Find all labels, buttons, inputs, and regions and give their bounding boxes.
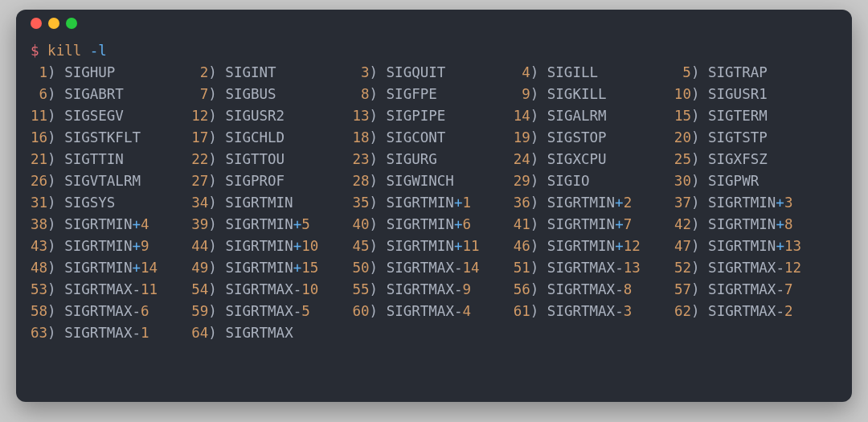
signal-number: 55 <box>352 281 369 297</box>
signal-sep: + <box>776 238 784 254</box>
signal-number: 25 <box>674 151 691 167</box>
signal-name: SIGCONT <box>387 129 446 145</box>
signal-name: SIGPWR <box>708 173 759 189</box>
paren: ) <box>530 303 547 319</box>
signal-number: 37 <box>674 195 691 211</box>
signal-sep: - <box>454 281 463 297</box>
paren: ) <box>370 238 387 254</box>
signal-name: SIGRTMAX <box>708 281 776 297</box>
signal-sep: - <box>776 303 784 319</box>
signal-name: SIGTERM <box>708 108 768 124</box>
signal-number: 43 <box>31 238 47 254</box>
signal-number: 23 <box>352 151 369 167</box>
signal-name: SIGRTMAX <box>708 303 776 319</box>
signal-number: 34 <box>191 195 208 211</box>
signal-name: SIGRTMAX <box>547 260 615 276</box>
signal-offset: 5 <box>301 303 310 319</box>
signal-offset: 2 <box>624 195 633 211</box>
signal-name: SIGSYS <box>64 195 115 211</box>
paren: ) <box>691 151 708 167</box>
signal-number: 51 <box>514 260 530 276</box>
signal-sep: + <box>293 216 302 232</box>
paren: ) <box>691 303 708 319</box>
paren: ) <box>691 195 708 211</box>
signal-name: SIGXCPU <box>547 151 607 167</box>
signal-number: 6 <box>31 86 47 102</box>
paren: ) <box>208 260 225 276</box>
signal-offset: 3 <box>624 303 633 319</box>
signal-name: SIGRTMIN <box>547 238 615 254</box>
paren: ) <box>47 195 64 211</box>
signal-offset: 12 <box>624 238 641 254</box>
signal-name: SIGRTMAX <box>547 303 615 319</box>
paren: ) <box>47 281 64 297</box>
signal-name: SIGRTMAX <box>547 281 615 297</box>
paren: ) <box>47 260 64 276</box>
signal-name: SIGSTKFLT <box>64 129 141 145</box>
signal-name: SIGWINCH <box>387 173 454 189</box>
signal-number: 3 <box>352 64 369 80</box>
signal-offset: 6 <box>462 216 471 232</box>
signal-sep: - <box>776 260 784 276</box>
signal-number: 53 <box>31 281 47 297</box>
signal-name: SIGRTMIN <box>387 216 454 232</box>
signal-number: 8 <box>352 86 369 102</box>
signal-number: 20 <box>674 129 691 145</box>
paren: ) <box>370 108 387 124</box>
signal-offset: 1 <box>141 325 149 341</box>
signal-offset: 14 <box>141 260 158 276</box>
signal-offset: 9 <box>141 238 149 254</box>
signal-number: 13 <box>352 108 369 124</box>
signal-offset: 12 <box>784 260 801 276</box>
signal-number: 17 <box>191 129 208 145</box>
paren: ) <box>47 303 64 319</box>
signal-offset: 4 <box>462 303 471 319</box>
signal-number: 49 <box>191 260 208 276</box>
signal-name: SIGRTMIN <box>225 260 293 276</box>
signal-name: SIGRTMIN <box>64 260 132 276</box>
signal-sep: + <box>615 238 624 254</box>
signal-offset: 10 <box>301 281 318 297</box>
paren: ) <box>530 86 547 102</box>
paren: ) <box>691 108 708 124</box>
signal-name: SIGRTMIN <box>64 238 132 254</box>
signal-offset: 9 <box>462 281 471 297</box>
signal-number: 52 <box>674 260 691 276</box>
paren: ) <box>691 281 708 297</box>
window-zoom-button[interactable] <box>66 18 77 29</box>
signal-number: 58 <box>31 303 47 319</box>
signal-number: 48 <box>31 260 47 276</box>
signal-name: SIGILL <box>547 64 598 80</box>
signal-name: SIGRTMIN <box>708 238 776 254</box>
signal-name: SIGURG <box>387 151 437 167</box>
signal-offset: 5 <box>301 216 310 232</box>
paren: ) <box>370 281 387 297</box>
signal-name: SIGFPE <box>387 86 437 102</box>
paren: ) <box>530 108 547 124</box>
signal-number: 18 <box>352 129 369 145</box>
signal-offset: 15 <box>301 260 318 276</box>
signal-name: SIGRTMIN <box>387 238 454 254</box>
command-flag: -l <box>90 43 107 59</box>
signal-name: SIGSEGV <box>64 108 124 124</box>
signal-name: SIGRTMIN <box>225 195 293 211</box>
signal-offset: 14 <box>462 260 479 276</box>
signal-name: SIGRTMAX <box>708 260 776 276</box>
paren: ) <box>208 238 225 254</box>
window-minimize-button[interactable] <box>48 18 59 29</box>
signal-name: SIGCHLD <box>225 129 285 145</box>
signal-name: SIGRTMAX <box>387 281 454 297</box>
signal-number: 22 <box>191 151 208 167</box>
paren: ) <box>47 238 64 254</box>
signal-name: SIGABRT <box>64 86 124 102</box>
signal-sep: - <box>615 303 624 319</box>
paren: ) <box>691 173 708 189</box>
window-close-button[interactable] <box>31 18 42 29</box>
signal-number: 10 <box>674 86 691 102</box>
signal-name: SIGRTMAX <box>64 325 132 341</box>
signal-offset: 11 <box>462 238 479 254</box>
signal-offset: 7 <box>784 281 793 297</box>
paren: ) <box>208 64 225 80</box>
signal-sep: + <box>454 195 463 211</box>
signal-number: 4 <box>514 64 530 80</box>
